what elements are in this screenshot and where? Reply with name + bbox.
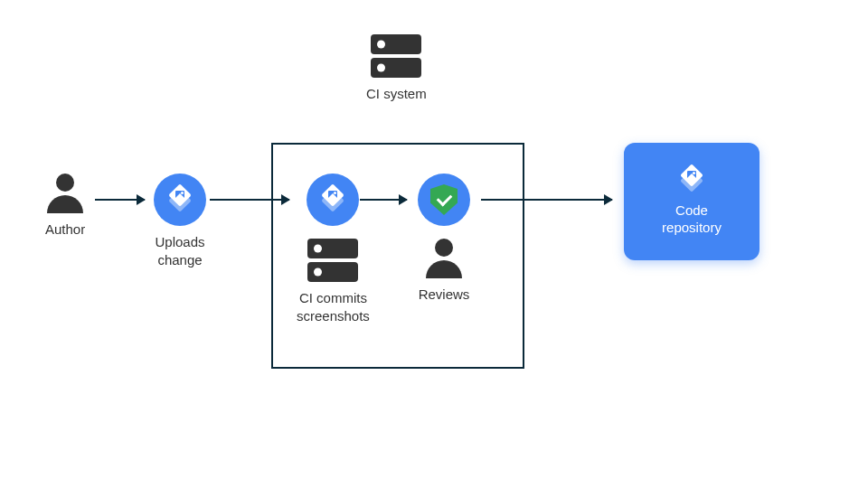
shield-check-icon [430,184,458,215]
uploads-circle [154,174,206,226]
uploads-node: Uploadschange [154,174,206,268]
uploads-label: Uploadschange [155,233,204,268]
code-repo-box: Coderepository [624,143,760,260]
server-icon [371,34,421,78]
layers-icon [679,167,704,192]
reviews-label: Reviews [419,286,470,304]
ci-commits-label: CI commitsscreenshots [297,289,370,324]
ci-system-label: CI system [366,85,427,103]
layers-icon [320,187,345,212]
arrow-reviews-to-repo [481,199,612,201]
arrow-ci-to-reviews [360,199,407,201]
ci-system-node: CI system [366,34,427,103]
person-icon [426,239,462,278]
author-label: Author [45,221,85,239]
repo-label: Coderepository [662,202,722,237]
reviews-circle [418,174,470,226]
ci-commits-node: CI commitsscreenshots [297,174,370,324]
arrow-uploads-to-ci [210,199,289,201]
reviews-node: Reviews [418,174,470,304]
author-node: Author [45,174,85,239]
arrow-author-to-uploads [95,199,145,201]
ci-commits-circle [307,174,359,226]
person-icon [47,174,83,213]
layers-icon [167,187,193,212]
server-icon [307,239,358,282]
